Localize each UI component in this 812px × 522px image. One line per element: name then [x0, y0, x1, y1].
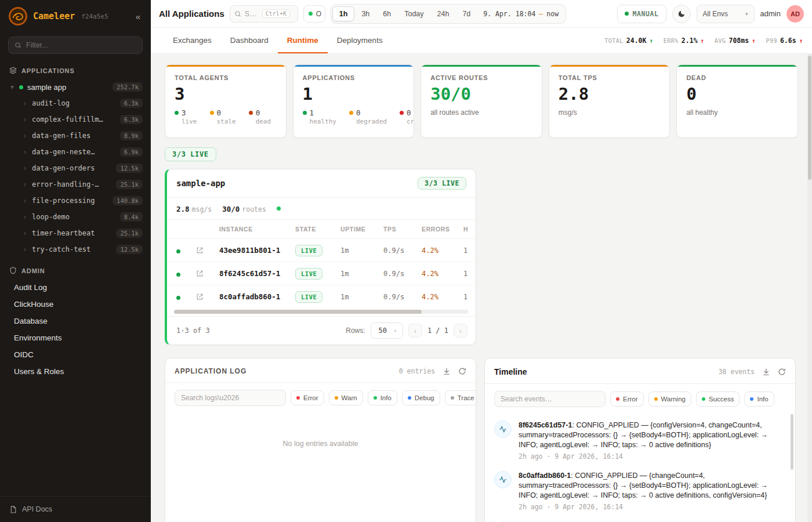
time-range-24h[interactable]: 24h: [431, 7, 456, 21]
env-select[interactable]: All Envs ▾: [697, 5, 755, 23]
filter-chip-warn[interactable]: Warn: [329, 390, 363, 405]
filter-chip-error[interactable]: Error: [291, 390, 324, 405]
sidebar-item-complex-fulfillment[interactable]: ›complex-fulfillm…6.3k: [0, 111, 151, 128]
instance-id: 8f6245c61d57-1: [219, 269, 295, 278]
degraded-dot: [349, 111, 353, 115]
timeline-event[interactable]: 43ee9811b801-1: CONFIG_APPLIED — {change…: [494, 516, 786, 522]
tree-item-label: error-handling-…: [32, 180, 99, 188]
filter-chip-info[interactable]: Info: [368, 390, 397, 405]
refresh-icon[interactable]: [458, 367, 466, 375]
sidebar-item-try-catch-test[interactable]: ›try-catch-test12.5k: [0, 241, 151, 258]
scrollbar-thumb[interactable]: [174, 310, 422, 314]
error-dot: [296, 396, 300, 400]
external-link-icon[interactable]: [196, 246, 219, 254]
page-scrollbar[interactable]: [807, 54, 812, 522]
manual-mode-chip[interactable]: MANUAL: [617, 5, 666, 23]
application-name: sample-app: [176, 179, 225, 188]
sidebar-item-data-gen-orders[interactable]: ›data-gen-orders12.5k: [0, 160, 151, 176]
filter-chip-info[interactable]: Info: [744, 392, 774, 407]
timeline-event[interactable]: 8c0affadb860-1: CONFIG_APPLIED — {change…: [494, 466, 786, 516]
time-range-today[interactable]: Today: [398, 7, 430, 21]
prev-page-button[interactable]: ‹: [408, 324, 422, 338]
rows-per-page-select[interactable]: 50 ▾: [371, 322, 403, 339]
filter-chip-error[interactable]: Error: [610, 392, 644, 407]
tab-runtime[interactable]: Runtime: [278, 28, 328, 53]
sidebar-item-data-gen-files[interactable]: ›data-gen-files8.9k: [0, 128, 151, 144]
tab-deployments[interactable]: Deployments: [328, 28, 392, 53]
chevron-down-icon: ▾: [745, 11, 748, 17]
timeline-search-input[interactable]: [494, 391, 606, 407]
sidebar-item-audit-log-admin[interactable]: Audit Log: [0, 279, 151, 296]
moon-icon: [677, 10, 686, 18]
sidebar-filter-input[interactable]: [26, 41, 136, 49]
search-icon: [234, 10, 241, 17]
sidebar-item-error-handling[interactable]: ›error-handling-…25.1k: [0, 176, 151, 193]
card-applications: APPLICATIONS 1 1healthy 0degraded 0criti: [293, 64, 415, 138]
filter-chip-debug[interactable]: Debug: [402, 390, 440, 405]
download-icon[interactable]: [443, 367, 451, 375]
sidebar-collapse-icon[interactable]: «: [132, 10, 144, 23]
dark-mode-toggle[interactable]: [672, 5, 691, 23]
page-scrollbar-thumb[interactable]: [808, 56, 811, 180]
global-search-input[interactable]: [245, 10, 259, 18]
filter-chip-success[interactable]: Success: [696, 392, 740, 407]
header-stats: TOTAL24.0K↑ ERR%2.1%↑ AVG708ms↑ P996.6s↑: [604, 28, 803, 53]
sidebar-item-sample-app[interactable]: ▾ sample app 252.7k: [0, 79, 151, 95]
table-row[interactable]: 43ee9811b801-1 LIVE 1m 0.9/s 4.2% 1: [167, 238, 476, 262]
chevron-down-icon: ▾: [9, 83, 15, 91]
global-search[interactable]: Ctrl+K: [230, 5, 298, 23]
avatar[interactable]: AD: [786, 5, 804, 23]
row-range: 1-3 of 3: [176, 327, 210, 335]
time-range-7d[interactable]: 7d: [456, 7, 477, 21]
timeline-scrollbar[interactable]: [791, 414, 793, 470]
sidebar-item-oidc[interactable]: OIDC: [0, 346, 151, 363]
time-range-1h[interactable]: 1h: [332, 6, 355, 21]
refresh-icon[interactable]: [778, 368, 786, 376]
sidebar-item-clickhouse[interactable]: ClickHouse: [0, 296, 151, 313]
stat-avg: AVG708ms↑: [715, 37, 756, 45]
external-link-icon[interactable]: [196, 270, 219, 277]
tree-item-label: file-processing: [32, 197, 95, 205]
download-icon[interactable]: [762, 368, 770, 376]
table-row[interactable]: 8c0affadb860-1 LIVE 1m 0.9/s 4.2% 1: [167, 285, 476, 308]
next-page-button[interactable]: ›: [454, 324, 467, 338]
time-range-3h[interactable]: 3h: [355, 7, 376, 21]
pagination: Rows: 50 ▾ ‹ 1 / 1 ›: [346, 322, 467, 339]
count-badge: 252.7k: [113, 82, 143, 92]
sidebar-item-audit-log[interactable]: ›audit-log6.3k: [0, 95, 151, 111]
search-icon: [14, 42, 21, 49]
sidebar-item-environments[interactable]: Environments: [0, 329, 151, 346]
errors-cell: 4.2%: [422, 270, 463, 278]
date-range-display[interactable]: 9. Apr. 18:04 — now: [477, 10, 564, 18]
sidebar-item-file-processing[interactable]: ›file-processing140.8k: [0, 193, 151, 209]
sidebar-item-users-roles[interactable]: Users & Roles: [0, 363, 151, 380]
horizontal-scrollbar[interactable]: [174, 310, 469, 314]
filter-chip-warning[interactable]: Warning: [648, 392, 691, 407]
errors-cell: 4.2%: [422, 293, 463, 301]
api-docs-link[interactable]: API Docs: [0, 496, 151, 522]
external-link-icon[interactable]: [196, 293, 219, 300]
timeline-events: 8f6245c61d57-1: CONFIG_APPLIED — {config…: [485, 414, 795, 522]
online-status-chip[interactable]: O: [303, 5, 325, 23]
table-row[interactable]: 8f6245c61d57-1 LIVE 1m 0.9/s 4.2% 1: [167, 262, 476, 285]
sidebar-item-data-gen-nested[interactable]: ›data-gen-neste…6.9k: [0, 144, 151, 160]
filter-chip-trace[interactable]: Trace: [445, 390, 476, 405]
tab-exchanges[interactable]: Exchanges: [164, 28, 221, 53]
count-badge: 6.3k: [120, 115, 143, 124]
sidebar-item-timer-heartbeat[interactable]: ›timer-heartbeat25.1k: [0, 225, 151, 241]
tree-item-label: try-catch-test: [32, 245, 90, 253]
main-area: All Applications Ctrl+K O 1h 3h 6h Today…: [151, 0, 812, 522]
breakdown-degraded: 0degraded: [349, 108, 387, 125]
event-instance-id: 8c0affadb860-1: [519, 472, 571, 480]
app-name: Cameleer: [33, 11, 75, 21]
breakdown-label: criti: [407, 118, 414, 125]
timeline-event[interactable]: 8f6245c61d57-1: CONFIG_APPLIED — {config…: [494, 415, 786, 466]
sidebar-filter[interactable]: [8, 37, 143, 54]
sidebar-item-database[interactable]: Database: [0, 313, 151, 329]
sidebar-item-loop-demo[interactable]: ›loop-demo8.4k: [0, 209, 151, 225]
log-search-input[interactable]: [175, 390, 286, 406]
tab-dashboard[interactable]: Dashboard: [221, 28, 278, 53]
card-value: 30/0: [430, 84, 532, 104]
card-total-agents: TOTAL AGENTS 3 3live 0stale 0dead: [165, 64, 287, 138]
time-range-6h[interactable]: 6h: [376, 7, 397, 21]
